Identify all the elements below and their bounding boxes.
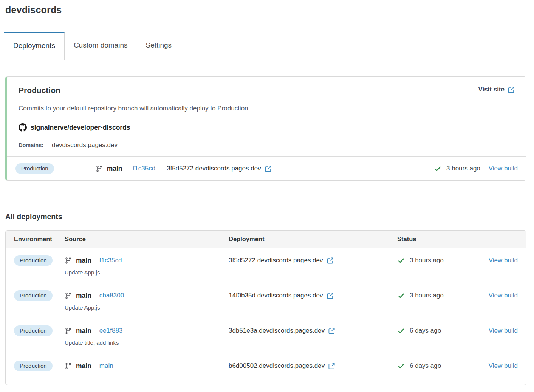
check-icon: [397, 293, 405, 299]
visit-site-label: Visit site: [478, 86, 505, 93]
tab-bar: Deployments Custom domains Settings: [5, 32, 526, 59]
external-link-icon[interactable]: [265, 165, 272, 172]
table-row: Production main main b6d00502.devdiscord…: [6, 353, 526, 385]
table-row: Production main cba8300 Update App.js 14…: [6, 283, 526, 318]
table-row: Production main ee1f883 Update title, ad…: [6, 318, 526, 353]
external-link-icon: [508, 86, 515, 93]
branch-name: main: [76, 327, 91, 335]
git-branch-icon: [65, 363, 72, 370]
git-branch-icon: [65, 292, 72, 299]
view-build-link[interactable]: View build: [489, 257, 518, 264]
branch-name: main: [107, 165, 122, 173]
view-build-link[interactable]: View build: [489, 327, 518, 335]
repo-name: signalnerve/developer-discords: [31, 124, 130, 132]
tab-custom-domains[interactable]: Custom domains: [65, 32, 137, 59]
external-link-icon[interactable]: [328, 327, 335, 335]
domains-label: Domains:: [19, 142, 43, 148]
check-icon: [397, 257, 405, 264]
tab-deployments[interactable]: Deployments: [4, 32, 65, 60]
git-branch-icon: [65, 327, 72, 335]
github-icon: [19, 123, 27, 132]
table-row: Production main f1c35cd Update App.js 3f…: [6, 248, 526, 283]
domains-value: devdiscords.pages.dev: [52, 141, 118, 149]
branch-name: main: [76, 257, 91, 265]
git-branch-icon: [65, 257, 72, 264]
commit-link[interactable]: f1c35cd: [133, 165, 156, 172]
pages-project-page: devdiscords Deployments Custom domains S…: [0, 0, 534, 385]
page-title: devdiscords: [5, 5, 526, 15]
column-header-status: Status: [397, 236, 480, 243]
environment-badge: Production: [14, 255, 53, 266]
branch-name: main: [76, 362, 91, 370]
status-time: 3 hours ago: [446, 165, 480, 172]
view-build-link[interactable]: View build: [489, 362, 518, 370]
commit-link[interactable]: main: [99, 362, 113, 370]
commit-message: Update App.js: [65, 304, 229, 311]
deployment-url: 3f5d5272.devdiscords.pages.dev: [167, 165, 261, 172]
deployment-url: 3db51e3a.devdiscords.pages.dev: [229, 327, 325, 335]
check-icon: [397, 328, 405, 334]
git-branch-icon: [96, 165, 103, 172]
production-deployment-row: Production main f1c35cd 3f5d5272.devdisc…: [7, 157, 526, 180]
column-header-deployment: Deployment: [229, 236, 397, 243]
deployment-url: b6d00502.devdiscords.pages.dev: [229, 362, 325, 370]
tab-settings[interactable]: Settings: [136, 32, 181, 59]
commit-link[interactable]: f1c35cd: [99, 257, 122, 264]
production-card: Production Visit site Commits to your de…: [5, 76, 526, 181]
commit-link[interactable]: ee1f883: [99, 327, 122, 335]
status-time: 3 hours ago: [410, 257, 444, 264]
status-time: 6 days ago: [410, 362, 441, 370]
production-card-title: Production: [19, 86, 60, 95]
repo-link[interactable]: signalnerve/developer-discords: [19, 123, 515, 132]
column-header-source: Source: [65, 236, 229, 243]
external-link-icon[interactable]: [327, 292, 334, 299]
status-time: 6 days ago: [410, 327, 441, 335]
view-build-link[interactable]: View build: [489, 165, 518, 172]
status-time: 3 hours ago: [410, 292, 444, 299]
view-build-link[interactable]: View build: [489, 292, 518, 299]
check-icon: [434, 166, 442, 172]
production-card-description: Commits to your default repository branc…: [19, 105, 515, 112]
visit-site-link[interactable]: Visit site: [478, 86, 515, 93]
environment-badge: Production: [14, 290, 53, 301]
column-header-environment: Environment: [14, 236, 65, 243]
environment-badge: Production: [14, 325, 53, 336]
branch-name: main: [76, 292, 91, 300]
table-header: Environment Source Deployment Status: [6, 231, 526, 248]
commit-message: Update title, add links: [65, 339, 229, 346]
deployment-url: 14f0b35d.devdiscords.pages.dev: [229, 292, 323, 299]
external-link-icon[interactable]: [328, 363, 335, 370]
all-deployments-title: All deployments: [5, 212, 526, 221]
domains-row: Domains: devdiscords.pages.dev: [19, 141, 515, 149]
environment-badge: Production: [15, 163, 54, 174]
check-icon: [397, 363, 405, 369]
external-link-icon[interactable]: [327, 257, 334, 264]
commit-message: Update App.js: [65, 269, 229, 276]
environment-badge: Production: [14, 361, 53, 371]
deployments-table: Environment Source Deployment Status Pro…: [5, 230, 526, 385]
deployment-url: 3f5d5272.devdiscords.pages.dev: [229, 257, 323, 264]
commit-link[interactable]: cba8300: [99, 292, 124, 299]
